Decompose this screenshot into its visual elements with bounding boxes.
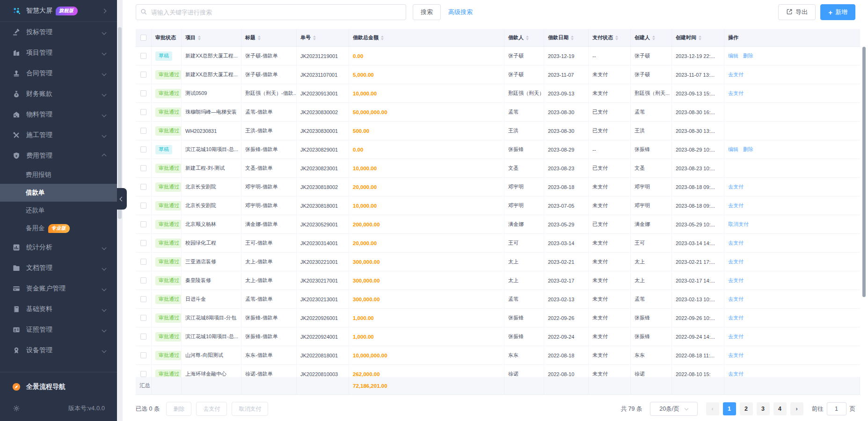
pay-link[interactable]: 去支付: [728, 71, 744, 78]
column-header-borrower[interactable]: 借款人: [504, 29, 544, 46]
pay-link[interactable]: 去支付: [728, 314, 744, 321]
row-checkbox[interactable]: [140, 128, 146, 134]
goto-page-input[interactable]: [827, 402, 846, 415]
sort-icon[interactable]: [652, 36, 655, 40]
column-header-code[interactable]: 单号: [297, 29, 349, 46]
column-header-amount[interactable]: 借款总金额: [349, 29, 504, 46]
row-checkbox[interactable]: [140, 277, 146, 283]
sidebar-item-finance-accounts[interactable]: ¥财务账款: [0, 84, 117, 104]
edit-link[interactable]: 编辑: [728, 52, 738, 59]
gear-icon[interactable]: [12, 404, 21, 413]
advanced-search-link[interactable]: 高级搜索: [448, 8, 473, 16]
sort-icon[interactable]: [571, 36, 574, 40]
sort-icon[interactable]: [615, 36, 618, 40]
sidebar-item-material-management[interactable]: 物料管理: [0, 104, 117, 125]
row-checkbox[interactable]: [140, 53, 146, 59]
sidebar-menu: 智慧大屏旗舰版投标管理项目管理合同管理¥财务账款物料管理施工管理¥费用管理费用报…: [0, 0, 117, 361]
sort-icon[interactable]: [198, 36, 201, 40]
select-all-checkbox[interactable]: [140, 35, 146, 41]
search-input[interactable]: [136, 4, 406, 20]
sidebar-item-basic-data[interactable]: 基础资料: [0, 299, 117, 319]
sidebar-item-smart-screen[interactable]: 智慧大屏旗舰版: [0, 0, 117, 22]
row-checkbox[interactable]: [140, 371, 146, 377]
column-header-create_time[interactable]: 创建时间: [672, 29, 724, 46]
table-scrollbar-thumb[interactable]: [862, 47, 866, 297]
sidebar-item-panorama-flow-nav[interactable]: 全景流程导航: [0, 375, 117, 399]
row-checkbox[interactable]: [140, 146, 146, 152]
batch-pay-button[interactable]: 去支付: [196, 402, 227, 416]
page-button-3[interactable]: 3: [757, 402, 770, 415]
batch-delete-button[interactable]: 删除: [166, 402, 191, 416]
page-button-1[interactable]: 1: [723, 402, 736, 415]
edit-link[interactable]: 编辑: [728, 146, 738, 153]
column-header-borrow_date[interactable]: 借款日期: [544, 29, 589, 46]
sidebar-item-repayment-slip[interactable]: 还款单: [0, 202, 117, 219]
sidebar-item-loan-slip[interactable]: 借款单: [0, 184, 117, 202]
sidebar-item-equipment-management[interactable]: 设备管理: [0, 340, 117, 361]
row-checkbox[interactable]: [140, 165, 146, 171]
pay-link[interactable]: 去支付: [728, 333, 744, 340]
batch-cancel-pay-button[interactable]: 取消支付: [232, 402, 268, 416]
sort-icon[interactable]: [381, 36, 384, 40]
sort-icon[interactable]: [526, 36, 529, 40]
sidebar-item-project-management[interactable]: 项目管理: [0, 43, 117, 63]
cell-title: 张振锋-借款单: [241, 309, 297, 327]
cell-status: 草稿: [152, 140, 182, 159]
sidebar-item-fund-account-management[interactable]: 资金账户管理: [0, 278, 117, 299]
row-checkbox[interactable]: [140, 109, 146, 115]
sidebar-item-certificate-management[interactable]: 证照管理: [0, 319, 117, 340]
cell-title: 孟苇-借款单: [241, 103, 297, 121]
next-page-button[interactable]: ›: [790, 402, 803, 415]
pay-link[interactable]: 去支付: [728, 370, 744, 377]
pay-link[interactable]: 去支付: [728, 240, 744, 247]
search-button[interactable]: 搜索: [413, 4, 441, 20]
sidebar-item-expense-management[interactable]: ¥费用管理: [0, 145, 117, 166]
delete-link[interactable]: 删除: [743, 146, 753, 153]
row-checkbox[interactable]: [140, 240, 146, 246]
sidebar-item-construction-management[interactable]: 施工管理: [0, 125, 117, 145]
sort-icon[interactable]: [699, 36, 701, 40]
pay-link[interactable]: 去支付: [728, 90, 744, 97]
row-checkbox[interactable]: [140, 72, 146, 78]
prev-page-button[interactable]: ‹: [706, 402, 719, 415]
row-checkbox[interactable]: [140, 184, 146, 190]
page-button-2[interactable]: 2: [740, 402, 753, 415]
row-checkbox[interactable]: [140, 90, 146, 96]
pay-link[interactable]: 去支付: [728, 277, 744, 284]
row-checkbox[interactable]: [140, 259, 146, 265]
pay-link[interactable]: 去支付: [728, 258, 744, 265]
row-checkbox[interactable]: [140, 352, 146, 358]
pay-link[interactable]: 去支付: [728, 296, 744, 303]
column-header-creator[interactable]: 创建人: [631, 29, 672, 46]
row-checkbox[interactable]: [140, 334, 146, 340]
sidebar-collapse-handle[interactable]: [117, 188, 127, 210]
export-button[interactable]: 导出: [778, 4, 816, 20]
sidebar-item-contract-management[interactable]: 合同管理: [0, 63, 117, 84]
cell-pay_status: --: [589, 140, 631, 159]
sidebar-item-bid-management[interactable]: 投标管理: [0, 22, 117, 43]
page-size-select[interactable]: 20条/页: [650, 402, 698, 416]
add-button[interactable]: + 新增: [820, 4, 855, 20]
cell-project: 新建XX总部大厦工程...: [182, 47, 241, 65]
page-button-4[interactable]: 4: [773, 402, 787, 415]
sort-icon[interactable]: [313, 36, 316, 40]
column-header-pay_status[interactable]: 支付状态: [589, 29, 631, 46]
pay-link[interactable]: 去支付: [728, 202, 744, 209]
row-checkbox[interactable]: [140, 296, 146, 302]
row-checkbox[interactable]: [140, 203, 146, 209]
sidebar-item-document-management[interactable]: 文档管理: [0, 258, 117, 278]
column-header-project[interactable]: 项目: [182, 29, 241, 46]
cancel-pay-link[interactable]: 取消支付: [728, 221, 749, 228]
column-header-title[interactable]: 标题: [241, 29, 297, 46]
sidebar-item-expense-reimbursement[interactable]: 费用报销: [0, 166, 117, 184]
sidebar-item-statistics-analysis[interactable]: 统计分析: [0, 237, 117, 258]
row-checkbox[interactable]: [140, 315, 146, 321]
cell-title: 张子硕-借款单: [241, 47, 297, 65]
pay-link[interactable]: 去支付: [728, 183, 744, 190]
delete-link[interactable]: 删除: [743, 52, 753, 59]
sidebar-item-petty-cash[interactable]: 备用金专业版: [0, 219, 117, 237]
sort-icon[interactable]: [258, 36, 261, 40]
column-header-checkbox[interactable]: [136, 29, 152, 46]
row-checkbox[interactable]: [140, 221, 146, 227]
pay-link[interactable]: 去支付: [728, 352, 744, 359]
